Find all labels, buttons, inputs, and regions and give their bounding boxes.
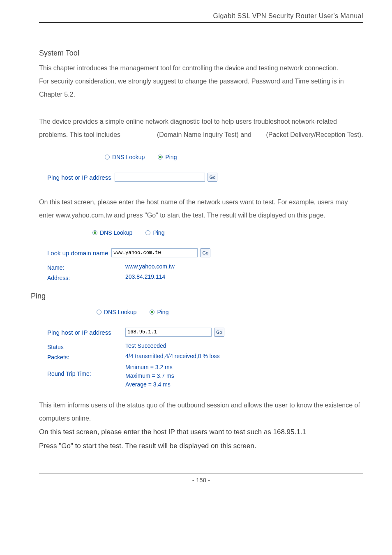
page-footer: - 158 - (39, 474, 363, 483)
ping-rtt-label: Round Trip Time: (47, 363, 125, 377)
ping-desc-p2: On this test screen, please enter the ho… (39, 425, 363, 439)
ping-host-row: Ping host or IP address Go (47, 328, 363, 337)
footer-page-number: - 158 - (39, 476, 363, 483)
lookup-row: Look up domain name Go (47, 248, 363, 257)
ping-result-block: Status Test Succeeded Packets: 4/4 trans… (47, 342, 363, 389)
ping-status-value: Test Succeeded (125, 342, 166, 349)
ping-rtt-value: Minimum = 3.2 ms Maximum = 3.7 ms Averag… (125, 363, 174, 389)
ping-host-input[interactable] (125, 328, 212, 337)
ping-rtt-max: Maximum = 3.7 ms (125, 372, 174, 380)
ping-desc-p1: This item informs users of the status qu… (39, 399, 363, 425)
radio-circle-icon (105, 155, 110, 160)
radio-dns-lookup-label: DNS Lookup (112, 154, 145, 160)
ping-packets-value: 4/4 transmitted,4/4 received,0 % loss (125, 353, 220, 359)
radio-dot-icon (151, 311, 153, 313)
dns-radio-row: DNS Lookup Ping (92, 229, 363, 236)
system-tool-heading: System Tool (39, 49, 363, 58)
radio-dot-icon (94, 231, 96, 234)
radio-circle-icon (97, 310, 101, 314)
ping-status-label: Status (47, 342, 125, 350)
ping-desc-p3: Press "Go" to start the test. The result… (39, 439, 363, 453)
diag-radio-row: DNS Lookup Ping (105, 154, 363, 160)
name-value: www.yahoo.com.tw (125, 263, 175, 270)
dns-result-block: Name: www.yahoo.com.tw Address: 203.84.2… (47, 263, 363, 281)
radio-circle-icon (92, 230, 97, 235)
radio-ping-label: Ping (165, 154, 177, 160)
go-button-ping[interactable]: Go (214, 328, 224, 337)
radio-dns-lookup-3-label: DNS Lookup (104, 309, 136, 315)
system-tool-p3b: (Domain Name Inquiry Test) and (157, 131, 251, 138)
system-tool-p1: This chapter introduces the management t… (39, 62, 363, 75)
dns-desc-p1: On this test screen, please enter the ho… (39, 196, 363, 222)
go-button-lookup[interactable]: Go (200, 248, 210, 257)
page-header: Gigabit SSL VPN Security Router User's M… (39, 12, 363, 23)
radio-dns-lookup[interactable]: DNS Lookup (105, 154, 145, 160)
ping-host-row-top: Ping host or IP address Go (47, 173, 363, 182)
ping-rtt-avg: Average = 3.4 ms (125, 380, 174, 389)
ping-host-label: Ping host or IP address (47, 329, 122, 336)
radio-ping-2[interactable]: Ping (145, 229, 164, 236)
radio-ping-3-label: Ping (157, 309, 168, 315)
radio-ping[interactable]: Ping (158, 154, 177, 160)
lookup-label: Look up domain name (47, 250, 108, 257)
footer-rule (39, 474, 363, 474)
system-tool-p2: For security consideration, we strongly … (39, 75, 363, 101)
radio-dns-lookup-3[interactable]: DNS Lookup (97, 309, 136, 315)
ping-packets-label: Packets: (47, 353, 125, 361)
radio-dns-lookup-2-label: DNS Lookup (100, 229, 132, 236)
ping-heading: Ping (31, 292, 363, 301)
radio-ping-2-label: Ping (153, 229, 164, 236)
radio-circle-icon (150, 310, 154, 314)
ping-host-input-top[interactable] (115, 173, 205, 182)
radio-ping-3[interactable]: Ping (150, 309, 168, 315)
header-title: Gigabit SSL VPN Security Router User's M… (39, 12, 363, 22)
radio-dot-icon (159, 156, 161, 158)
ping-host-label-top: Ping host or IP address (47, 174, 111, 181)
radio-circle-icon (158, 155, 163, 160)
address-label: Address: (47, 273, 125, 281)
radio-circle-icon (145, 230, 150, 235)
header-rule (39, 22, 363, 23)
go-button-top[interactable]: Go (208, 173, 218, 182)
address-value: 203.84.219.114 (125, 273, 165, 280)
ping-rtt-min: Minimum = 3.2 ms (125, 363, 174, 372)
ping-radio-row: DNS Lookup Ping (97, 309, 363, 315)
system-tool-p3c: (Packet Delivery/Reception Test). (266, 131, 363, 138)
system-tool-p3: The device provides a simple online netw… (39, 115, 363, 141)
lookup-input[interactable] (111, 248, 198, 257)
name-label: Name: (47, 263, 125, 271)
radio-dns-lookup-2[interactable]: DNS Lookup (92, 229, 132, 236)
